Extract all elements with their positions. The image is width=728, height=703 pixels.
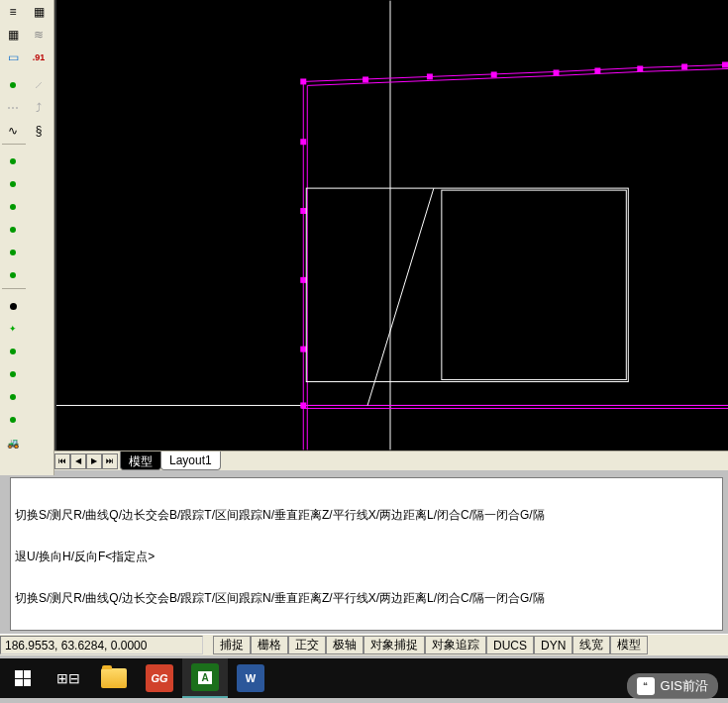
- svg-rect-11: [681, 63, 687, 69]
- green-dot-icon[interactable]: [2, 264, 24, 286]
- left-toolbar: ≡ ▦ ▭ ⋯ ∿ ✦ 🚜 ▦ ≋ .91 ⟋ ⤴ §: [0, 0, 54, 475]
- tab-last-icon[interactable]: ⏭: [102, 453, 118, 469]
- tool-icon-btn[interactable]: ⤴: [28, 97, 50, 119]
- folder-icon: [101, 668, 127, 688]
- svg-rect-10: [637, 65, 643, 71]
- green-dot-icon[interactable]: [2, 173, 24, 195]
- taskbar-app-word[interactable]: W: [228, 658, 273, 698]
- task-view-icon: ⊞⊟: [56, 670, 80, 686]
- svg-rect-17: [300, 402, 306, 408]
- cad-app-icon: A: [191, 663, 219, 691]
- tab-first-icon[interactable]: ⏮: [54, 453, 70, 469]
- svg-rect-8: [554, 69, 560, 75]
- dyn-toggle[interactable]: DYN: [534, 636, 572, 654]
- command-history[interactable]: 切换S/测尺R/曲线Q/边长交会B/跟踪T/区间跟踪N/垂直距离Z/平行线X/两…: [10, 477, 723, 631]
- otrack-toggle[interactable]: 对象追踪: [425, 636, 486, 654]
- task-view-button[interactable]: ⊞⊟: [46, 658, 91, 698]
- word-app-icon: W: [237, 664, 264, 692]
- tool-icon-btn[interactable]: ≋: [28, 24, 50, 46]
- svg-rect-4: [300, 78, 306, 84]
- command-text: 切换S/测尺R/曲线Q/边长交会B/跟踪T/区间跟踪N/垂直距离Z/平行线X/两…: [11, 478, 722, 631]
- ducs-toggle[interactable]: DUCS: [486, 636, 534, 654]
- file-explorer-button[interactable]: [91, 658, 137, 698]
- green-dot-icon[interactable]: [2, 409, 24, 431]
- snap-toggle[interactable]: 捕捉: [213, 636, 251, 654]
- tool-icon-btn[interactable]: ∿: [2, 120, 24, 142]
- svg-rect-14: [300, 208, 306, 214]
- polar-toggle[interactable]: 极轴: [326, 636, 364, 654]
- svg-rect-19: [442, 190, 626, 379]
- taskbar-app-gg[interactable]: GG: [137, 658, 182, 698]
- tool-rect-icon[interactable]: ▭: [2, 47, 24, 68]
- grid-toggle[interactable]: 栅格: [251, 636, 288, 654]
- green-dot-icon[interactable]: [2, 386, 24, 408]
- green-dot-icon[interactable]: [2, 151, 24, 172]
- tool-icon-btn[interactable]: ⟋: [28, 74, 50, 96]
- tool-measure-icon[interactable]: .91: [28, 47, 50, 68]
- svg-rect-12: [722, 61, 728, 67]
- coords-display: 186.9553, 63.6284, 0.0000: [0, 636, 203, 654]
- svg-rect-16: [300, 347, 306, 352]
- modelspace-toggle[interactable]: 模型: [610, 636, 648, 654]
- start-button[interactable]: [0, 658, 46, 698]
- green-dot-icon[interactable]: [2, 363, 24, 385]
- svg-rect-13: [300, 139, 306, 145]
- windows-taskbar: ⊞⊟ GG A W: [0, 658, 728, 698]
- green-dot-icon[interactable]: [2, 242, 24, 263]
- tab-layout1[interactable]: Layout1: [160, 452, 221, 470]
- svg-rect-9: [594, 67, 600, 73]
- svg-rect-18: [306, 188, 628, 381]
- green-dot-icon[interactable]: [2, 341, 24, 362]
- canvas-svg: [56, 0, 728, 451]
- drawing-canvas[interactable]: [54, 0, 728, 451]
- gg-app-icon: GG: [146, 664, 173, 692]
- svg-line-20: [367, 188, 434, 405]
- taskbar-app-cad[interactable]: A: [182, 658, 228, 698]
- tab-next-icon[interactable]: ▶: [86, 453, 102, 469]
- tab-prev-icon[interactable]: ◀: [70, 453, 86, 469]
- svg-rect-15: [300, 277, 306, 283]
- tool-icon-btn[interactable]: ⋯: [2, 97, 24, 119]
- green-dot-icon[interactable]: [2, 295, 24, 317]
- svg-rect-5: [363, 76, 368, 82]
- tool-icon-btn[interactable]: §: [28, 120, 50, 142]
- windows-logo-icon: [15, 670, 31, 686]
- ortho-toggle[interactable]: 正交: [288, 636, 326, 654]
- svg-rect-7: [491, 71, 497, 77]
- vehicle-icon[interactable]: 🚜: [2, 432, 24, 453]
- tab-model[interactable]: 模型: [120, 452, 161, 470]
- status-bar: 186.9553, 63.6284, 0.0000 捕捉 栅格 正交 极轴 对象…: [0, 634, 728, 655]
- tool-icon-btn[interactable]: ▦: [2, 24, 24, 46]
- green-cluster-icon[interactable]: ✦: [2, 318, 24, 340]
- lwt-toggle[interactable]: 线宽: [572, 636, 610, 654]
- svg-rect-6: [427, 73, 433, 79]
- layout-tab-bar: ⏮ ◀ ▶ ⏭ 模型 Layout1: [54, 451, 728, 470]
- watermark-badge: ❝ GIS前沿: [627, 673, 718, 699]
- green-dot-icon[interactable]: [2, 219, 24, 241]
- osnap-toggle[interactable]: 对象捕捉: [364, 636, 425, 654]
- green-dot-icon[interactable]: [2, 196, 24, 218]
- wechat-icon: ❝: [637, 677, 655, 695]
- tool-icon-btn[interactable]: ≡: [2, 1, 24, 23]
- green-dot-icon[interactable]: [2, 74, 24, 96]
- tool-icon-btn[interactable]: ▦: [28, 1, 50, 23]
